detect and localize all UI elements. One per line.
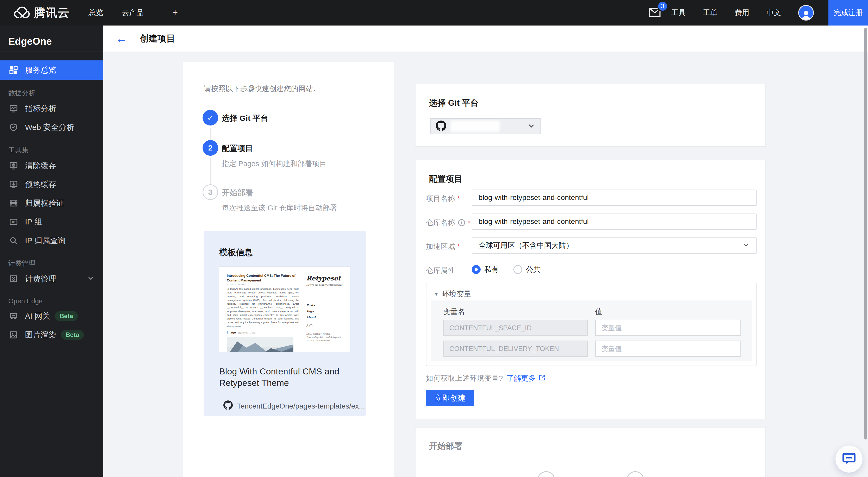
sidebar-item-service-overview[interactable]: 服务总览 — [0, 60, 103, 80]
page-header: ← 创建项目 — [103, 26, 868, 52]
topnav-tools[interactable]: 工具 — [671, 8, 686, 18]
env-value-input-2[interactable] — [595, 340, 741, 357]
git-platform-select[interactable] — [430, 118, 541, 135]
preview-article: Introducing Contentful CMS: The Future o… — [219, 267, 302, 352]
sidebar-item-prewarm-cache[interactable]: 预热缓存 — [0, 175, 103, 194]
template-info-card: 模板信息 Introducing Contentful CMS: The Fut… — [204, 231, 366, 416]
topnav-overview[interactable]: 总览 — [89, 8, 103, 18]
step2-title: 配置项目 — [222, 143, 253, 154]
svg-text:IP: IP — [12, 220, 16, 224]
chevron-down-icon — [742, 241, 750, 250]
magnifier-icon — [9, 236, 22, 245]
monitor-download-icon — [9, 180, 22, 188]
sidebar-section-open-edge: Open Edge — [0, 297, 103, 305]
step2-desc: 指定 Pages 如何构建和部署项目 — [222, 159, 327, 169]
info-icon[interactable] — [458, 219, 465, 227]
env-variables-box: ▼ 环境变量 变量名 值 — [426, 283, 756, 366]
env-help-row: 如何获取上述环境变量? 了解更多 — [426, 374, 546, 383]
sidebar-item-image-render[interactable]: 图片渲染 Beta — [0, 325, 103, 344]
sidebar-item-ai-gateway[interactable]: AI 网关 Beta — [0, 307, 103, 325]
sidebar-item-ip-group[interactable]: IP IP 组 — [0, 212, 103, 231]
create-now-button[interactable]: 立即创建 — [426, 390, 474, 406]
radio-private-label[interactable]: 私有 — [484, 265, 499, 274]
chevron-down-icon — [87, 274, 94, 283]
user-avatar[interactable] — [798, 5, 814, 21]
git-platform-card-title: 选择 Git 平台 — [429, 97, 478, 109]
step1-title: 选择 Git 平台 — [222, 113, 268, 124]
radio-public-label[interactable]: 公共 — [526, 265, 540, 274]
page-title: 创建项目 — [140, 33, 175, 44]
env-name-input-2 — [443, 340, 588, 357]
repo-name-label: 仓库名称 * — [426, 218, 470, 228]
step3-desc: 每次推送至该 Git 仓库时将自动部署 — [222, 203, 337, 213]
topnav-tickets[interactable]: 工单 — [703, 8, 717, 18]
complete-registration-button[interactable]: 完成注册 — [829, 0, 868, 26]
preview-sidebar: Retypeset Revive the beauty of typograph… — [302, 267, 350, 352]
beta-badge: Beta — [55, 311, 78, 321]
config-card-title: 配置项目 — [429, 173, 462, 185]
sidebar-section-billing: 计费管理 — [0, 259, 103, 268]
step-rail — [210, 158, 211, 184]
env-value-input-1[interactable] — [595, 320, 741, 336]
chart-monitor-icon — [9, 105, 22, 113]
git-platform-card: 选择 Git 平台 — [415, 84, 766, 147]
sidebar-section-analytics: 数据分析 — [0, 89, 103, 98]
env-col-name: 变量名 — [443, 307, 465, 317]
step-rail — [210, 127, 211, 140]
mountain-photo — [227, 337, 293, 352]
topnav-add-tab[interactable]: + — [172, 7, 178, 18]
config-project-card: 配置项目 项目名称* 仓库名称 * 加速区域* 全球可用区（不含中国大陆） 仓库… — [415, 160, 766, 419]
sidebar-item-web-security[interactable]: Web 安全分析 — [0, 118, 103, 137]
sidebar-product-title: EdgeOne — [0, 26, 103, 52]
github-icon — [436, 121, 446, 132]
project-name-label: 项目名称* — [426, 194, 460, 204]
step3-indicator: 3 — [203, 184, 218, 200]
learn-more-link[interactable]: 了解更多 — [507, 374, 536, 383]
back-arrow-icon[interactable]: ← — [116, 33, 127, 44]
screen: 腾讯云 总览 云产品 + 3 工具 工单 费用 中文 完成注册 EdgeOne — [0, 0, 868, 477]
template-repo-link[interactable]: TencentEdgeOne/pages-templates/ex... — [219, 400, 365, 412]
topbar: 腾讯云 总览 云产品 + 3 工具 工单 费用 中文 完成注册 — [0, 0, 868, 26]
template-preview: Introducing Contentful CMS: The Future o… — [219, 266, 350, 352]
topnav-billing[interactable]: 费用 — [735, 8, 749, 18]
billing-icon — [9, 275, 22, 283]
env-table: 变量名 值 — [431, 300, 752, 361]
scrollbar-thumb[interactable] — [864, 28, 867, 440]
chevron-down-icon — [527, 122, 535, 131]
step3-title: 开始部署 — [222, 187, 253, 198]
env-collapse-toggle[interactable]: ▼ 环境变量 — [434, 289, 471, 299]
server-list-icon — [9, 199, 22, 207]
sidebar-item-ip-lookup[interactable]: IP 归属查询 — [0, 231, 103, 250]
steps-panel: 请按照以下步骤快速创建您的网站。 ✓ 选择 Git 平台 2 配置项目 指定 P… — [183, 62, 394, 477]
env-name-input-1 — [443, 320, 588, 336]
radio-public[interactable] — [514, 265, 522, 274]
radio-private[interactable] — [472, 265, 480, 274]
monitor-refresh-icon — [9, 161, 22, 170]
messages-count-badge: 3 — [657, 1, 668, 12]
repo-name-input[interactable] — [472, 213, 756, 230]
sidebar-item-purge-cache[interactable]: 清除缓存 — [0, 156, 103, 175]
topnav-products[interactable]: 云产品 — [122, 8, 144, 18]
brand[interactable]: 腾讯云 — [13, 5, 70, 21]
sidebar-item-metrics[interactable]: 指标分析 — [0, 99, 103, 118]
step1-indicator: ✓ — [203, 110, 218, 125]
topnav-language[interactable]: 中文 — [767, 8, 781, 18]
check-icon: ✓ — [207, 113, 214, 122]
sidebar: EdgeOne 服务总览 数据分析 指标分析 Web 安全分析 工具集 — [0, 26, 103, 477]
image-icon — [9, 331, 22, 339]
project-name-input[interactable] — [472, 189, 756, 206]
beta-badge: Beta — [61, 330, 84, 340]
sidebar-item-ownership-verification[interactable]: 归属权验证 — [0, 194, 103, 212]
region-select[interactable]: 全球可用区（不含中国大陆） — [472, 237, 756, 254]
template-name: Blog With Contentful CMS and Retypeset T… — [219, 365, 339, 388]
env-col-value: 值 — [595, 307, 602, 317]
messages-button[interactable]: 3 — [649, 7, 661, 18]
deploy-card: 开始部署 — [415, 427, 766, 477]
external-link-icon — [538, 374, 546, 383]
topbar-right: 3 工具 工单 费用 中文 完成注册 — [649, 0, 868, 26]
grid-icon — [9, 66, 22, 74]
triangle-down-icon: ▼ — [434, 291, 439, 297]
brand-name: 腾讯云 — [34, 5, 70, 21]
sidebar-item-billing[interactable]: 计费管理 — [0, 269, 103, 288]
feedback-chat-button[interactable] — [835, 446, 863, 473]
